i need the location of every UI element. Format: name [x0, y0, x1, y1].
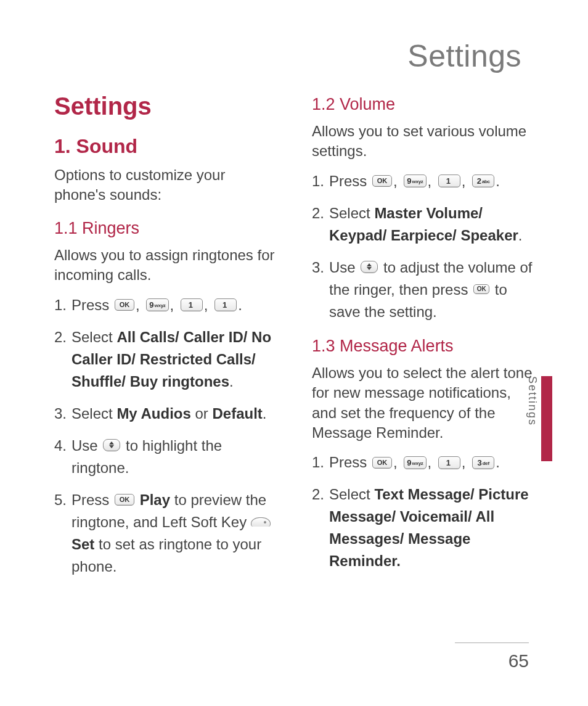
step-3: 3. Select My Audios or Default.	[54, 403, 276, 425]
step-1: 1. Press OK, 9wxyz, 1 , 3def.	[312, 451, 534, 474]
key-1-icon: 1	[438, 456, 460, 469]
manual-page: Settings Settings 1. Sound Options to cu…	[0, 0, 588, 706]
volume-steps: 1. Press OK, 9wxyz, 1 , 2abc. 2. Select …	[312, 170, 534, 323]
heading-sound: 1. Sound	[54, 135, 276, 158]
heading-ringers: 1.1 Ringers	[54, 219, 276, 238]
step-bold: Set	[71, 536, 94, 552]
step-bold: Default	[213, 405, 263, 422]
step-text: or	[195, 405, 213, 422]
heading-volume: 1.2 Volume	[312, 95, 534, 114]
left-soft-key-icon	[251, 517, 271, 527]
step-2: 2. Select Text Message/ Picture Message/…	[312, 483, 534, 572]
step-text: Use	[71, 437, 102, 454]
step-text: Select	[329, 486, 374, 503]
message-alerts-intro: Allows you to select the alert tone for …	[312, 363, 534, 443]
two-column-layout: Settings 1. Sound Options to customize y…	[54, 92, 534, 588]
step-text: to set as ringtone to your phone.	[71, 536, 261, 575]
step-2: 2. Select All Calls/ Caller ID/ No Calle…	[54, 326, 276, 393]
step-1: 1. Press OK, 9wxyz, 1 , 1 .	[54, 294, 276, 316]
key-3-icon: 3def	[472, 456, 494, 469]
key-1-icon: 1	[181, 298, 203, 311]
heading-message-alerts: 1.3 Message Alerts	[312, 337, 534, 356]
ok-key-icon: OK	[473, 284, 489, 294]
step-text: Press	[71, 491, 113, 508]
step-text: Use	[329, 259, 359, 276]
step-text: Press	[329, 173, 371, 189]
sound-intro: Options to customize your phone's sounds…	[54, 165, 276, 205]
side-tab-label: Settings	[526, 376, 541, 458]
step-text: Press	[329, 454, 371, 470]
step-bold: My Audios	[116, 405, 190, 422]
message-alerts-steps: 1. Press OK, 9wxyz, 1 , 3def. 2. Select …	[312, 451, 534, 572]
nav-key-icon	[361, 261, 378, 273]
key-2-icon: 2abc	[472, 174, 494, 187]
step-2: 2. Select Master Volume/ Keypad/ Earpiec…	[312, 202, 534, 247]
page-number: 65	[508, 651, 529, 671]
step-1: 1. Press OK, 9wxyz, 1 , 2abc.	[312, 170, 534, 192]
step-text: Select	[71, 329, 116, 345]
volume-intro: Allows you to set various volume setting…	[312, 121, 534, 162]
ok-key-icon: OK	[372, 457, 392, 469]
right-column: 1.2 Volume Allows you to set various vol…	[312, 92, 534, 588]
key-1-icon: 1	[438, 174, 460, 187]
ok-key-icon: OK	[115, 494, 134, 506]
key-1-icon: 1	[214, 298, 237, 311]
step-4: 4. Use to highlight the ringtone.	[54, 435, 276, 479]
page-title: Settings	[54, 38, 534, 74]
key-9-icon: 9wxyz	[146, 298, 168, 311]
section-side-tab: Settings	[526, 376, 552, 461]
step-text: Select	[71, 405, 116, 422]
step-bold: Play	[140, 491, 170, 508]
page-number-rule	[455, 642, 529, 643]
step-text: Select	[329, 205, 374, 221]
key-9-icon: 9wxyz	[404, 174, 426, 187]
ok-key-icon: OK	[115, 299, 134, 311]
ringers-steps: 1. Press OK, 9wxyz, 1 , 1 . 2. Select Al…	[54, 294, 276, 578]
ok-key-icon: OK	[372, 175, 392, 187]
key-9-icon: 9wxyz	[404, 456, 426, 469]
step-5: 5. Press OK Play to preview the ringtone…	[54, 489, 276, 578]
left-column: Settings 1. Sound Options to customize y…	[54, 92, 276, 588]
heading-settings: Settings	[54, 92, 276, 120]
nav-key-icon	[103, 439, 120, 451]
step-3: 3. Use to adjust the volume of the ringe…	[312, 257, 534, 323]
side-tab-bar	[541, 376, 552, 461]
ringers-intro: Allows you to assign ringtones for incom…	[54, 245, 276, 285]
step-text: Press	[71, 297, 113, 313]
